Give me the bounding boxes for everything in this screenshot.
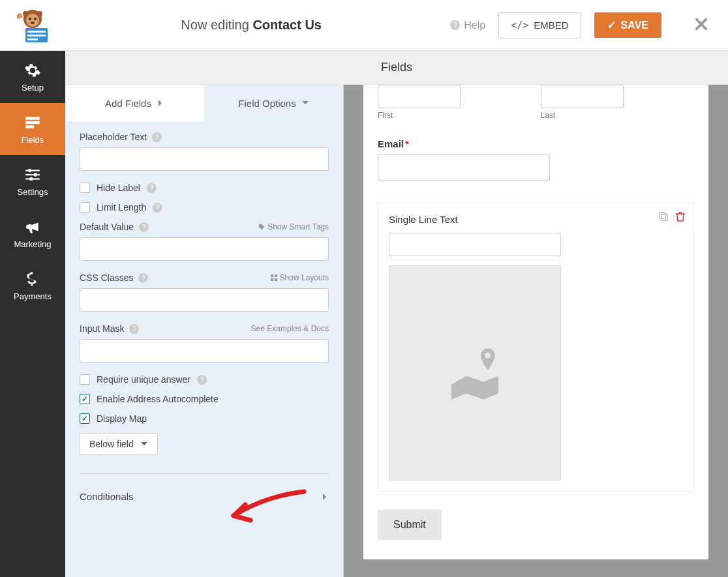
sidebar: Setup Fields Settings Marketing Payments — [0, 51, 65, 577]
checkbox-icon — [80, 183, 90, 193]
checkbox-icon — [80, 374, 90, 385]
svg-point-10 — [37, 11, 42, 16]
sliders-icon — [24, 166, 41, 183]
svg-rect-1 — [27, 31, 46, 33]
submit-button[interactable]: Submit — [378, 510, 442, 540]
field-options-panel: Add Fields Field Options Placeholder Tex… — [65, 85, 344, 577]
sidebar-item-marketing[interactable]: Marketing — [0, 207, 65, 259]
checkbox-checked-icon — [80, 413, 90, 424]
svg-point-6 — [29, 18, 31, 20]
close-icon — [694, 17, 708, 31]
svg-point-9 — [23, 11, 28, 16]
svg-rect-13 — [25, 125, 34, 128]
dollar-icon — [24, 271, 41, 288]
last-label: Last — [541, 111, 695, 120]
input-mask-input[interactable] — [80, 339, 329, 362]
duplicate-button[interactable] — [658, 211, 669, 224]
fields-heading: Fields — [65, 51, 728, 85]
chevron-right-icon — [321, 493, 329, 501]
tag-icon — [258, 224, 265, 230]
hide-label-checkbox[interactable]: Hide Label ? — [80, 183, 329, 193]
placeholder-text-input[interactable] — [80, 147, 329, 171]
svg-rect-3 — [27, 38, 38, 40]
map-position-select[interactable]: Below field — [80, 433, 158, 455]
svg-point-8 — [31, 22, 35, 24]
help-icon: ? — [450, 20, 460, 30]
conditionals-section[interactable]: Conditionals — [80, 484, 329, 509]
chevron-down-icon — [140, 440, 148, 448]
last-name-input[interactable] — [541, 85, 624, 108]
bullhorn-icon — [24, 218, 41, 235]
help-icon[interactable]: ? — [139, 222, 149, 232]
delete-button[interactable] — [675, 211, 686, 224]
editing-prefix: Now editing — [181, 18, 252, 32]
checkbox-checked-icon — [80, 394, 90, 404]
required-mark: * — [405, 138, 409, 149]
help-icon[interactable]: ? — [147, 183, 157, 193]
tab-field-options[interactable]: Field Options — [204, 85, 343, 121]
save-button[interactable]: ✓ SAVE — [594, 12, 661, 38]
close-button[interactable] — [694, 17, 708, 34]
sidebar-item-settings[interactable]: Settings — [0, 155, 65, 207]
help-icon[interactable]: ? — [129, 324, 139, 334]
default-value-input[interactable] — [80, 237, 329, 261]
label-default-value: Default Value — [80, 222, 134, 232]
map-placeholder — [389, 265, 561, 481]
first-name-input[interactable] — [378, 85, 461, 108]
limit-length-checkbox[interactable]: Limit Length ? — [80, 202, 329, 213]
first-label: First — [378, 111, 532, 120]
chevron-down-icon — [301, 99, 309, 107]
sidebar-item-setup[interactable]: Setup — [0, 51, 65, 103]
svg-rect-12 — [25, 121, 40, 123]
display-map-checkbox[interactable]: Display Map — [80, 413, 329, 424]
show-smart-tags-link[interactable]: Show Smart Tags — [258, 222, 329, 231]
map-pin-icon — [446, 344, 504, 402]
show-layouts-link[interactable]: Show Layouts — [271, 273, 329, 282]
app-logo — [13, 6, 52, 45]
svg-rect-23 — [274, 278, 277, 281]
svg-rect-14 — [25, 170, 40, 171]
svg-point-17 — [34, 173, 37, 176]
header: Now editing Contact Us ? Help </> EMBED … — [0, 0, 728, 51]
svg-rect-2 — [27, 35, 46, 37]
svg-rect-21 — [274, 274, 277, 277]
gear-icon — [24, 62, 41, 79]
svg-point-19 — [29, 177, 33, 180]
svg-rect-24 — [660, 213, 665, 218]
svg-point-15 — [28, 168, 31, 171]
sidebar-item-fields[interactable]: Fields — [0, 103, 65, 155]
single-line-field-card[interactable]: Single Line Text — [378, 203, 694, 492]
help-icon[interactable]: ? — [197, 375, 207, 385]
grid-icon — [271, 274, 277, 281]
examples-link[interactable]: See Examples & Docs — [251, 324, 329, 333]
email-label: Email* — [378, 138, 694, 149]
svg-point-26 — [485, 353, 491, 359]
email-input[interactable] — [378, 155, 550, 181]
help-link[interactable]: ? Help — [450, 20, 485, 31]
form-icon — [24, 114, 41, 131]
enable-autocomplete-checkbox[interactable]: Enable Address Autocomplete — [80, 394, 329, 404]
svg-rect-20 — [271, 274, 273, 277]
help-icon[interactable]: ? — [138, 273, 148, 283]
help-icon[interactable]: ? — [152, 132, 162, 142]
css-classes-input[interactable] — [80, 288, 329, 312]
sidebar-item-payments[interactable]: Payments — [0, 259, 65, 312]
require-unique-checkbox[interactable]: Require unique answer ? — [80, 374, 329, 385]
embed-button[interactable]: </> EMBED — [498, 12, 581, 38]
checkbox-icon — [80, 202, 90, 213]
form-preview-area: First Last Email* — [344, 85, 728, 577]
form-name: Contact Us — [252, 18, 322, 32]
form-preview: First Last Email* — [363, 85, 708, 559]
single-line-input[interactable] — [389, 233, 561, 256]
copy-icon — [658, 211, 669, 222]
check-icon: ✓ — [607, 19, 616, 31]
tab-add-fields[interactable]: Add Fields — [65, 85, 204, 121]
field-label: Single Line Text — [389, 214, 683, 225]
help-icon[interactable]: ? — [153, 203, 162, 213]
svg-rect-16 — [25, 173, 40, 175]
chevron-right-icon — [157, 99, 164, 107]
svg-point-5 — [26, 14, 39, 27]
code-icon: </> — [511, 20, 528, 31]
label-input-mask: Input Mask — [80, 323, 124, 334]
label-css-classes: CSS Classes — [80, 273, 133, 283]
